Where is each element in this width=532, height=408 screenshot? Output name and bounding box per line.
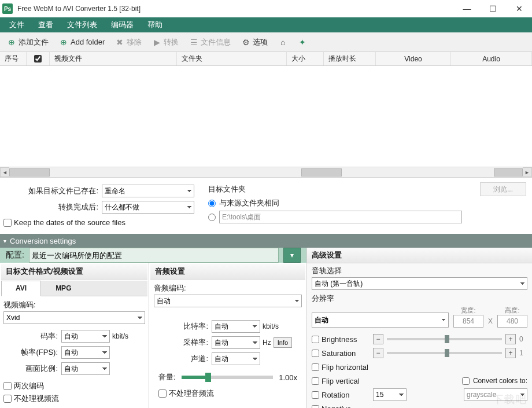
after-convert-select[interactable]: 什么都不做 [102,201,194,214]
col-check[interactable] [27,52,50,65]
menu-file[interactable]: 文件 [2,17,31,32]
close-button[interactable]: ✕ [506,0,532,17]
col-video-file[interactable]: 视频文件 [50,52,177,65]
brightness-minus[interactable]: − [373,334,383,344]
volume-thumb[interactable] [205,373,211,382]
h-scrollbar[interactable]: ◄ ► [0,167,532,177]
middle-right: 目标文件夹 浏览... 与来源文件夹相同 [202,178,532,234]
file-info-button[interactable]: ☰文件信息 [184,35,235,50]
saturation-checkbox[interactable] [312,350,319,357]
height-input[interactable] [497,315,527,328]
sample-select[interactable]: 自动 [212,336,260,349]
brightness-slider[interactable] [387,338,502,340]
rotation-select[interactable]: 15 [373,388,407,401]
no-video-checkbox[interactable] [3,395,12,403]
no-audio-checkbox[interactable] [158,389,167,398]
col-duration[interactable]: 播放时长 [324,52,376,65]
flip-v-checkbox[interactable] [312,377,319,385]
home-button[interactable]: ⌂ [274,35,292,49]
two-pass-checkbox[interactable] [3,382,12,390]
remove-button[interactable]: ✖移除 [110,35,146,50]
filelist-body[interactable] [0,66,532,167]
resolution-select[interactable]: 自动 [312,313,449,328]
saturation-plus[interactable]: + [505,348,516,358]
conversion-settings-label: Conversion settings [10,237,76,245]
width-input[interactable] [453,315,483,328]
audio-bitrate-unit: kbit/s [260,322,279,330]
fps-select[interactable]: 自动 [61,346,110,359]
info-button[interactable]: Info [274,337,292,348]
col-size[interactable]: 大小 [287,52,324,65]
options-button[interactable]: ⚙选项 [237,35,272,50]
col-folder[interactable]: 文件夹 [177,52,287,65]
select-all-checkbox[interactable] [34,55,42,63]
convert-colors-checkbox[interactable] [462,377,470,385]
bitrate-select[interactable]: 自动 [61,330,110,343]
brightness-thumb[interactable] [445,335,449,343]
add-folder-icon: ⊕ [59,38,68,47]
video-section-title: 目标文件格式/视频设置 [1,264,147,280]
menu-filelist[interactable]: 文件列表 [60,17,104,32]
channel-select[interactable]: 自动 [212,352,260,365]
menu-view[interactable]: 查看 [31,17,60,32]
convert-colors-select[interactable]: grayscale [464,388,527,401]
audio-section-title: 音频设置 [150,264,305,280]
bottom-left: 配置: 最近一次编码所使用的配置 ▾ 目标文件格式/视频设置 AVI MPG 视… [0,248,306,408]
advanced-title: 高级设置 [307,248,532,263]
aspect-select[interactable]: 自动 [61,362,110,375]
tab-mpg[interactable]: MPG [41,281,86,296]
x-separator: X [488,317,493,328]
negative-checkbox[interactable] [312,405,319,409]
bitrate-unit: kbit/s [110,332,128,340]
custom-path-input[interactable] [219,211,462,223]
col-audio[interactable]: Audio [451,52,532,65]
custom-path-radio[interactable] [208,214,216,221]
brightness-plus[interactable]: + [505,334,516,344]
menu-help[interactable]: 帮助 [141,17,169,32]
col-video[interactable]: Video [376,52,451,65]
scroll-thumb-right[interactable] [494,168,523,177]
pin-button[interactable]: ✦ [293,35,312,49]
audio-bitrate-select[interactable]: 自动 [212,320,260,333]
scroll-thumb-mid[interactable] [301,168,342,177]
keep-dates-checkbox[interactable] [3,219,12,227]
remove-label: 移除 [127,37,142,47]
rotation-checkbox[interactable] [312,391,319,399]
video-codec-select[interactable]: Xvid [3,311,145,324]
audio-codec-select[interactable]: 自动 [154,295,302,307]
scroll-track[interactable] [9,167,523,177]
saturation-thumb[interactable] [445,349,449,357]
advanced-panel: 高级设置 音轨选择 自动 (第一音轨) 分辨率 自动 宽度: X 高度: Bri… [306,248,532,408]
video-column: 目标文件格式/视频设置 AVI MPG 视频编码: Xvid 码率: 自动 kb… [0,263,149,408]
add-folder-button[interactable]: ⊕Add folder [54,35,109,49]
bottom-panel: 配置: 最近一次编码所使用的配置 ▾ 目标文件格式/视频设置 AVI MPG 视… [0,248,532,408]
conversion-settings-header[interactable]: ▾ Conversion settings [0,234,532,248]
if-exists-select[interactable]: 重命名 [102,185,194,197]
same-source-radio[interactable] [208,200,216,207]
scroll-right-arrow[interactable]: ► [522,167,532,177]
menu-encoder[interactable]: 编码器 [104,17,141,32]
scroll-left-arrow[interactable]: ◄ [0,167,10,177]
volume-slider[interactable] [182,376,274,379]
format-tabs: AVI MPG [1,281,147,296]
col-no[interactable]: 序号 [0,52,27,65]
bitrate-label: 码率: [3,331,61,341]
flip-h-checkbox[interactable] [312,363,319,371]
maximize-button[interactable]: ☐ [480,0,506,17]
after-convert-label: 转换完成后: [3,202,102,212]
config-dropdown-button[interactable]: ▾ [283,248,301,263]
width-label: 宽度: [461,306,475,315]
saturation-minus[interactable]: − [373,348,383,358]
play-icon: ▶ [152,38,161,47]
tab-avi[interactable]: AVI [1,281,41,296]
convert-button[interactable]: ▶转换 [147,35,183,50]
browse-button[interactable]: 浏览... [480,182,526,196]
scroll-thumb-left[interactable] [9,168,50,177]
window-title: Free WebM to AVI Converter 1.5 [32-bit] [17,5,454,13]
saturation-slider[interactable] [387,352,502,354]
config-select[interactable]: 最近一次编码所使用的配置 [29,248,279,263]
brightness-checkbox[interactable] [312,336,319,343]
minimize-button[interactable]: — [454,0,480,17]
track-select[interactable]: 自动 (第一音轨) [312,277,527,290]
add-file-button[interactable]: ⊕添加文件 [2,35,53,50]
